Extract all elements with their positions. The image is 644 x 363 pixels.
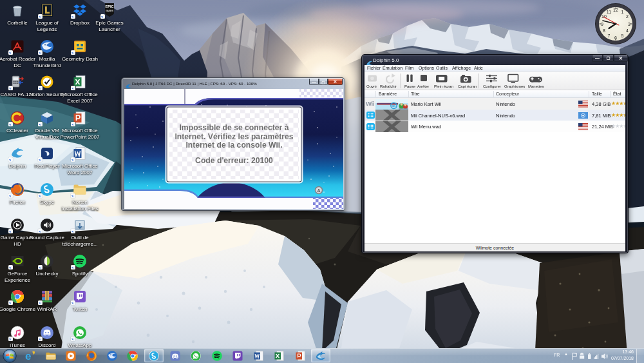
- svg-text:4: 4: [626, 28, 629, 33]
- svg-text:11: 11: [607, 10, 611, 14]
- svg-text:GAMES: GAMES: [106, 10, 114, 12]
- svg-text:9: 9: [601, 22, 603, 26]
- svg-text:e: e: [25, 350, 31, 362]
- svg-text:8: 8: [603, 28, 605, 33]
- svg-text:EPIC: EPIC: [106, 5, 114, 8]
- svg-text:1: 1: [621, 10, 624, 14]
- svg-text:5: 5: [621, 34, 624, 38]
- svg-text:7: 7: [608, 34, 611, 38]
- svg-text:A: A: [317, 188, 320, 193]
- svg-text:Wii: Wii: [392, 104, 396, 107]
- svg-text:2: 2: [626, 14, 629, 19]
- svg-text:3: 3: [628, 22, 630, 26]
